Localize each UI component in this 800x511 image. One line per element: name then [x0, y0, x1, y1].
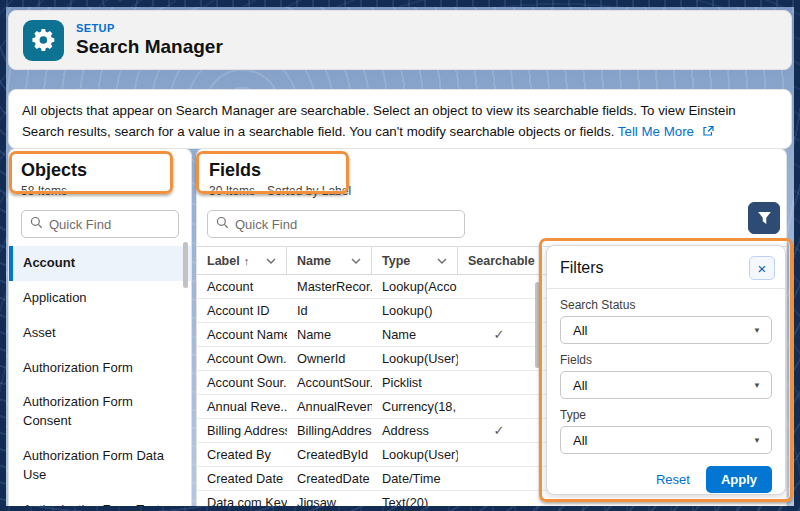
chevron-down-icon: ▼ — [753, 381, 761, 390]
cell-label: Account Own... — [197, 351, 287, 366]
cell-name: BillingAddress — [287, 423, 372, 438]
setup-page-background: SETUP Search Manager All objects that ap… — [6, 7, 794, 506]
cell-searchable: ✓ — [458, 423, 536, 438]
filter-toggle-button[interactable] — [748, 202, 780, 234]
objects-panel: Objects 58 Items Account Application Ass… — [8, 148, 192, 506]
objects-title-block: Objects 58 Items — [9, 149, 191, 204]
cell-name: Id — [287, 303, 372, 318]
cell-type: Currency(18, ... — [372, 399, 458, 414]
objects-list-scrollbar[interactable] — [183, 242, 188, 288]
cell-type: Lookup(User) — [372, 447, 458, 462]
cell-label: Data.com Key — [197, 495, 287, 506]
objects-item-count: 58 Items — [21, 184, 179, 198]
select-value: All — [573, 323, 587, 338]
cell-label: Billing Address — [197, 423, 287, 438]
object-item-account[interactable]: Account — [9, 246, 191, 281]
apply-button[interactable]: Apply — [706, 466, 772, 493]
search-status-select[interactable]: All ▼ — [560, 316, 772, 344]
cell-searchable: ✓ — [458, 327, 536, 342]
screenshot-frame: SETUP Search Manager All objects that ap… — [0, 0, 800, 511]
tell-me-more-link[interactable]: Tell Me More — [618, 124, 694, 139]
select-value: All — [573, 378, 587, 393]
sort-ascending-icon: ↑ — [244, 255, 250, 267]
column-label-text: Label — [207, 254, 240, 268]
chevron-down-icon[interactable] — [349, 256, 363, 266]
funnel-icon — [757, 211, 772, 225]
fields-panel-title: Fields — [209, 160, 774, 181]
search-icon — [30, 215, 43, 233]
column-label-text: Name — [297, 254, 331, 268]
fields-quick-find[interactable] — [207, 210, 465, 238]
close-icon: × — [758, 261, 767, 276]
objects-quick-find[interactable] — [21, 210, 179, 238]
setup-eyebrow: SETUP — [76, 22, 223, 34]
filter-group-type: Type All ▼ — [560, 408, 772, 454]
checkmark-icon: ✓ — [494, 327, 505, 342]
cell-name: CreatedDate — [287, 471, 372, 486]
checkmark-icon: ✓ — [494, 423, 505, 438]
reset-button[interactable]: Reset — [656, 472, 690, 487]
chevron-down-icon: ▼ — [753, 326, 761, 335]
cell-type: Name — [372, 327, 458, 342]
filter-label: Type — [560, 408, 772, 422]
column-label-text: Type — [382, 254, 410, 268]
cell-type: Picklist — [372, 375, 458, 390]
object-item-authorization-form-data-use[interactable]: Authorization Form Data Use — [9, 439, 191, 493]
cell-type: Date/Time — [372, 471, 458, 486]
type-select[interactable]: All ▼ — [560, 426, 772, 454]
object-item-application[interactable]: Application — [9, 281, 191, 316]
fields-quick-find-input[interactable] — [235, 217, 456, 232]
cell-label: Created Date — [197, 471, 287, 486]
cell-label: Account Sour... — [197, 375, 287, 390]
cell-type: Lookup(User) — [372, 351, 458, 366]
setup-header-card: SETUP Search Manager — [8, 10, 792, 70]
column-header-label[interactable]: Label ↑ — [197, 247, 287, 274]
filters-title: Filters — [560, 259, 604, 277]
external-link-icon — [702, 122, 714, 143]
fields-select[interactable]: All ▼ — [560, 371, 772, 399]
chevron-down-icon[interactable] — [264, 256, 278, 266]
filters-panel: Filters × Search Status All ▼ Fields All… — [546, 245, 786, 495]
meta-separator: · — [259, 184, 263, 198]
objects-quick-find-input[interactable] — [49, 217, 170, 232]
filter-label: Fields — [560, 353, 772, 367]
header-text-block: SETUP Search Manager — [76, 22, 223, 58]
column-header-type[interactable]: Type — [372, 247, 458, 274]
fields-meta: 30 Items·Sorted by Label — [209, 184, 774, 198]
cell-name: AnnualReven... — [287, 399, 372, 414]
column-label-text: Searchable — [468, 254, 535, 268]
page-title: Search Manager — [76, 36, 223, 58]
column-header-searchable: Searchable — [458, 247, 536, 274]
fields-title-block: Fields 30 Items·Sorted by Label — [197, 149, 786, 204]
object-item-asset[interactable]: Asset — [9, 316, 191, 351]
filters-header: Filters × — [547, 256, 785, 289]
objects-panel-title: Objects — [21, 160, 179, 181]
cell-label: Account ID — [197, 303, 287, 318]
cell-name: OwnerId — [287, 351, 372, 366]
cell-name: Jigsaw — [287, 495, 372, 506]
cell-name: Name — [287, 327, 372, 342]
cell-type: Lookup(Acco... — [372, 279, 458, 294]
column-header-name[interactable]: Name — [287, 247, 372, 274]
close-filters-button[interactable]: × — [749, 256, 775, 280]
object-item-authorization-form-consent[interactable]: Authorization Form Consent — [9, 385, 191, 439]
search-icon — [216, 215, 229, 233]
cell-label: Account — [197, 279, 287, 294]
filter-group-search-status: Search Status All ▼ — [560, 298, 772, 344]
cell-type: Lookup() — [372, 303, 458, 318]
cell-type: Text(20) — [372, 495, 458, 506]
cell-label: Created By — [197, 447, 287, 462]
cell-label: Account Name — [197, 327, 287, 342]
cell-name: CreatedById — [287, 447, 372, 462]
setup-gear-icon — [23, 20, 64, 61]
object-item-authorization-form-text[interactable]: Authorization Form Text — [9, 493, 191, 506]
fields-sort-info: Sorted by Label — [267, 184, 351, 198]
objects-list: Account Application Asset Authorization … — [9, 246, 191, 506]
filter-label: Search Status — [560, 298, 772, 312]
fields-item-count: 30 Items — [209, 184, 255, 198]
description-card: All objects that appear on Search Manage… — [8, 89, 792, 149]
chevron-down-icon[interactable] — [435, 256, 449, 266]
object-item-authorization-form[interactable]: Authorization Form — [9, 351, 191, 386]
chevron-down-icon: ▼ — [753, 436, 761, 445]
fields-table-scrollbar[interactable] — [535, 282, 540, 368]
